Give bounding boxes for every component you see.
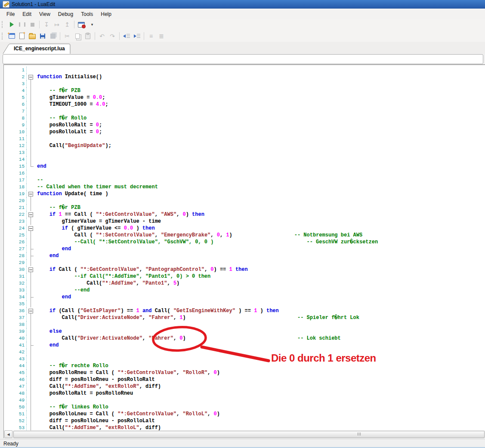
fold-toggle[interactable] bbox=[27, 190, 36, 197]
menu-item-file[interactable]: File bbox=[3, 10, 19, 18]
code-line[interactable]: 19function Update( time ) bbox=[4, 190, 485, 197]
fold-collapse-icon[interactable] bbox=[28, 226, 33, 231]
menu-item-view[interactable]: View bbox=[35, 10, 54, 18]
run-button[interactable] bbox=[6, 20, 17, 29]
code-line[interactable]: 31 --if Call("*:AddTime", "Panto1", 0) >… bbox=[4, 273, 485, 280]
code-line[interactable]: 32 Call("*:AddTime", "Panto1", 5) bbox=[4, 280, 485, 287]
code-line[interactable]: 24 if ( gTimerValue <= 0.0 ) then bbox=[4, 225, 485, 232]
code-line[interactable]: 36 if (Call ("GetIsPlayer") == 1 and Cal… bbox=[4, 307, 485, 314]
toolbar-grip[interactable] bbox=[2, 21, 4, 28]
code-line[interactable]: 28 end bbox=[4, 252, 485, 259]
new-file-button[interactable]: ✦ bbox=[17, 31, 27, 41]
code-line[interactable]: 22 if 1 == Call ( "*:GetControlValue", "… bbox=[4, 211, 485, 218]
scrollbar-corner bbox=[0, 430, 3, 438]
code-line[interactable]: 12 Call("BeginUpdate"); bbox=[4, 142, 485, 149]
code-line[interactable]: 43 bbox=[4, 356, 485, 362]
scrollbar-thumb[interactable] bbox=[13, 431, 485, 438]
code-line[interactable]: 29 bbox=[4, 259, 485, 266]
code-line[interactable]: 16 bbox=[4, 170, 485, 177]
fold-collapse-icon[interactable] bbox=[28, 75, 33, 80]
fold-toggle[interactable] bbox=[27, 74, 36, 80]
code-line[interactable]: 38 bbox=[4, 321, 485, 328]
menu-item-help[interactable]: Help bbox=[97, 10, 115, 18]
code-text: posRolloLneu = Call ( "*:GetControlValue… bbox=[36, 411, 220, 417]
symbol-combobox[interactable] bbox=[3, 54, 483, 64]
fold-collapse-icon[interactable] bbox=[28, 192, 33, 196]
code-editor[interactable]: 12function Initialise()34 -- f�r PZB5 gT… bbox=[3, 64, 485, 431]
code-line[interactable]: 11 bbox=[4, 135, 485, 142]
code-line[interactable]: 13 bbox=[4, 149, 485, 156]
code-line[interactable]: 46 diff = posRolloRneu - posRolloRalt bbox=[4, 376, 485, 383]
code-line[interactable]: 2function Initialise() bbox=[4, 74, 485, 80]
fold-collapse-icon[interactable] bbox=[28, 267, 33, 272]
dropdown-button[interactable]: ▾ bbox=[86, 20, 97, 29]
menu-item-tools[interactable]: Tools bbox=[77, 10, 97, 18]
code-line[interactable]: 49 bbox=[4, 397, 485, 404]
code-line[interactable]: 8 -- f�r Rollo bbox=[4, 115, 485, 122]
code-line[interactable]: 45 posRolloRneu = Call ( "*:GetControlVa… bbox=[4, 369, 485, 376]
code-line[interactable]: 34 end bbox=[4, 294, 485, 301]
code-line[interactable]: 33 --end bbox=[4, 287, 485, 294]
toolbar-separator bbox=[95, 32, 95, 40]
code-text bbox=[36, 321, 37, 328]
code-text: -- f�r linkes Rollo bbox=[36, 404, 108, 411]
code-line[interactable]: 26 --Call( "*:SetControlValue", "GschVW"… bbox=[4, 239, 485, 245]
tab-ice-enginescript[interactable]: ICE_enginescript.lua bbox=[3, 43, 71, 54]
code-line[interactable]: 53 Call("*:AddTime", "extRolloL", diff) bbox=[4, 424, 485, 431]
code-line[interactable]: 47 Call("*:AddTime", "extRolloR", diff) bbox=[4, 383, 485, 390]
code-line[interactable]: 37 Call("Driver:ActivateNode", "Fahrer",… bbox=[4, 314, 485, 321]
new-solution-button[interactable]: ✦ bbox=[6, 31, 17, 41]
code-line[interactable]: 42 bbox=[4, 349, 485, 356]
code-line[interactable]: 1 bbox=[4, 67, 485, 74]
code-line[interactable]: 40 Call("Driver:ActivateNode", "Fahrer",… bbox=[4, 335, 485, 342]
open-file-button[interactable] bbox=[27, 31, 37, 41]
code-line[interactable]: 52 diff = posRolloLneu - posRolloLalt bbox=[4, 417, 485, 424]
title-bar[interactable]: Solution1 - LuaEdit bbox=[0, 0, 485, 9]
code-line[interactable]: 17-- bbox=[4, 177, 485, 184]
line-number: 38 bbox=[4, 321, 27, 328]
code-line[interactable]: 5 gTimerValue = 0.0; bbox=[4, 94, 485, 101]
outdent-button[interactable] bbox=[121, 31, 132, 41]
code-line[interactable]: 35 bbox=[4, 301, 485, 307]
code-line[interactable]: 4 -- f�r PZB bbox=[4, 87, 485, 94]
fold-toggle[interactable] bbox=[27, 225, 36, 232]
code-line[interactable]: 14 bbox=[4, 156, 485, 163]
code-line[interactable]: 15end bbox=[4, 163, 485, 170]
code-line[interactable]: 27 end bbox=[4, 245, 485, 252]
line-number: 25 bbox=[4, 232, 27, 239]
fold-toggle[interactable] bbox=[27, 307, 36, 314]
fold-collapse-icon[interactable] bbox=[28, 309, 33, 313]
toolbar-grip[interactable] bbox=[2, 33, 4, 40]
code-line[interactable]: 44 -- f�r rechte Rollo bbox=[4, 362, 485, 369]
indent-button[interactable] bbox=[132, 31, 142, 41]
code-line[interactable]: 3 bbox=[4, 80, 485, 87]
code-line[interactable]: 30 if Call ( "*:GetControlValue", "Panto… bbox=[4, 266, 485, 273]
code-line[interactable]: 50 -- f�r linkes Rollo bbox=[4, 404, 485, 411]
save-button[interactable] bbox=[37, 31, 48, 41]
code-line[interactable]: 6 TIMEOUT_1000 = 4.0; bbox=[4, 101, 485, 108]
horizontal-scrollbar[interactable]: ◀ bbox=[3, 430, 485, 438]
code-line[interactable]: 20 bbox=[4, 197, 485, 204]
fold-margin bbox=[27, 184, 36, 190]
scroll-left-button[interactable]: ◀ bbox=[4, 430, 12, 438]
fold-toggle[interactable] bbox=[27, 266, 36, 273]
menu-item-debug[interactable]: Debug bbox=[54, 10, 77, 18]
status-bar: Ready bbox=[0, 439, 485, 448]
code-line[interactable]: 23 gTimerValue = gTimerValue - time bbox=[4, 218, 485, 225]
fold-margin bbox=[27, 314, 36, 321]
fold-collapse-icon[interactable] bbox=[28, 212, 33, 217]
menu-item-edit[interactable]: Edit bbox=[19, 10, 35, 18]
code-line[interactable]: 51 posRolloLneu = Call ( "*:GetControlVa… bbox=[4, 411, 485, 417]
code-line[interactable]: 21 -- f�r PZB bbox=[4, 204, 485, 211]
code-line[interactable]: 10 posRolloLalt = 0; bbox=[4, 129, 485, 135]
code-line[interactable]: 7 bbox=[4, 108, 485, 115]
code-line[interactable]: 9 posRolloRalt = 0; bbox=[4, 122, 485, 129]
code-line[interactable]: 41 end bbox=[4, 342, 485, 349]
breakpoints-window-button[interactable] bbox=[76, 20, 86, 29]
code-line[interactable]: 39 else bbox=[4, 328, 485, 335]
code-line[interactable]: 18-- Called when the timer must decremen… bbox=[4, 184, 485, 190]
code-line[interactable]: 48 posRolloRalt = posRolloRneu bbox=[4, 390, 485, 397]
code-line[interactable]: 25 Call ( "*:SetControlValue", "Emergenc… bbox=[4, 232, 485, 239]
line-number: 18 bbox=[4, 184, 27, 190]
fold-toggle[interactable] bbox=[27, 211, 36, 218]
